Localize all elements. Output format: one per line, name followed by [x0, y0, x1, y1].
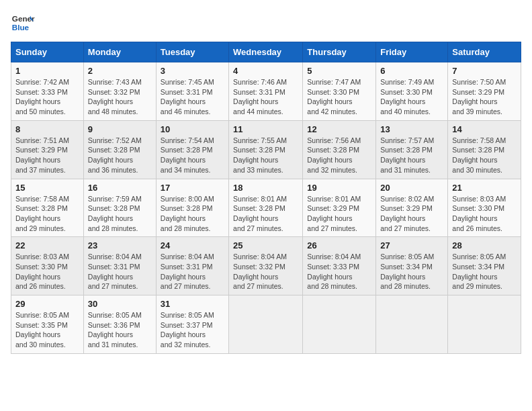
calendar-cell: 8Sunrise: 7:51 AMSunset: 3:29 PMDaylight…	[11, 120, 84, 179]
day-number: 11	[233, 124, 298, 134]
day-info: Sunrise: 7:43 AMSunset: 3:32 PMDaylight …	[88, 77, 152, 117]
day-info: Sunrise: 8:02 AMSunset: 3:29 PMDaylight …	[380, 194, 443, 234]
weekday-header-wednesday: Wednesday	[229, 42, 303, 62]
day-number: 14	[452, 124, 517, 134]
calendar-cell: 16Sunrise: 7:59 AMSunset: 3:28 PMDayligh…	[83, 179, 156, 237]
day-info: Sunrise: 8:05 AMSunset: 3:34 PMDaylight …	[452, 252, 517, 291]
calendar-cell: 17Sunrise: 8:00 AMSunset: 3:28 PMDayligh…	[156, 179, 228, 237]
day-info: Sunrise: 7:45 AMSunset: 3:31 PMDaylight …	[161, 77, 224, 117]
calendar-cell: 15Sunrise: 7:58 AMSunset: 3:28 PMDayligh…	[11, 179, 84, 237]
day-number: 20	[380, 183, 443, 193]
day-number: 23	[88, 240, 152, 250]
calendar-cell: 2Sunrise: 7:43 AMSunset: 3:32 PMDaylight…	[83, 62, 156, 121]
calendar-cell: 5Sunrise: 7:47 AMSunset: 3:30 PMDaylight…	[303, 62, 376, 121]
day-number: 31	[161, 299, 224, 309]
day-info: Sunrise: 8:05 AMSunset: 3:34 PMDaylight …	[380, 252, 443, 291]
day-number: 18	[233, 183, 298, 193]
day-info: Sunrise: 8:00 AMSunset: 3:28 PMDaylight …	[161, 194, 224, 234]
day-number: 9	[88, 124, 152, 134]
calendar-cell: 18Sunrise: 8:01 AMSunset: 3:28 PMDayligh…	[229, 179, 303, 237]
day-info: Sunrise: 7:59 AMSunset: 3:28 PMDaylight …	[88, 194, 152, 234]
day-info: Sunrise: 7:54 AMSunset: 3:28 PMDaylight …	[161, 136, 224, 175]
calendar-cell: 12Sunrise: 7:56 AMSunset: 3:28 PMDayligh…	[303, 120, 376, 179]
day-info: Sunrise: 7:52 AMSunset: 3:28 PMDaylight …	[88, 136, 152, 175]
day-number: 24	[161, 240, 224, 250]
calendar-cell: 24Sunrise: 8:04 AMSunset: 3:31 PMDayligh…	[156, 237, 228, 295]
calendar-cell	[303, 295, 376, 354]
calendar-cell: 19Sunrise: 8:01 AMSunset: 3:29 PMDayligh…	[303, 179, 376, 237]
day-number: 22	[15, 240, 79, 250]
calendar-cell	[229, 295, 303, 354]
calendar-cell: 9Sunrise: 7:52 AMSunset: 3:28 PMDaylight…	[83, 120, 156, 179]
day-number: 6	[380, 66, 443, 76]
day-info: Sunrise: 8:05 AMSunset: 3:35 PMDaylight …	[15, 310, 79, 350]
day-info: Sunrise: 7:56 AMSunset: 3:28 PMDaylight …	[307, 136, 371, 175]
day-info: Sunrise: 8:04 AMSunset: 3:31 PMDaylight …	[88, 252, 152, 291]
day-number: 4	[233, 66, 298, 76]
calendar-week-row: 8Sunrise: 7:51 AMSunset: 3:29 PMDaylight…	[11, 120, 521, 179]
day-number: 21	[452, 183, 517, 193]
day-info: Sunrise: 7:51 AMSunset: 3:29 PMDaylight …	[15, 136, 79, 175]
day-info: Sunrise: 7:46 AMSunset: 3:31 PMDaylight …	[233, 77, 298, 117]
day-info: Sunrise: 8:04 AMSunset: 3:32 PMDaylight …	[233, 252, 298, 291]
day-number: 15	[15, 183, 79, 193]
day-number: 5	[307, 66, 371, 76]
calendar-cell: 6Sunrise: 7:49 AMSunset: 3:30 PMDaylight…	[376, 62, 448, 121]
calendar-header-row: SundayMondayTuesdayWednesdayThursdayFrid…	[11, 42, 521, 62]
day-number: 25	[233, 240, 298, 250]
day-info: Sunrise: 7:57 AMSunset: 3:28 PMDaylight …	[380, 136, 443, 175]
calendar-cell: 25Sunrise: 8:04 AMSunset: 3:32 PMDayligh…	[229, 237, 303, 295]
calendar-cell: 13Sunrise: 7:57 AMSunset: 3:28 PMDayligh…	[376, 120, 448, 179]
calendar-cell: 7Sunrise: 7:50 AMSunset: 3:29 PMDaylight…	[448, 62, 521, 121]
day-number: 2	[88, 66, 152, 76]
calendar-cell	[376, 295, 448, 354]
day-info: Sunrise: 8:01 AMSunset: 3:28 PMDaylight …	[233, 194, 298, 234]
weekday-header-friday: Friday	[376, 42, 448, 62]
day-info: Sunrise: 8:04 AMSunset: 3:33 PMDaylight …	[307, 252, 371, 291]
day-info: Sunrise: 7:50 AMSunset: 3:29 PMDaylight …	[452, 77, 517, 117]
day-info: Sunrise: 8:03 AMSunset: 3:30 PMDaylight …	[452, 194, 517, 234]
day-info: Sunrise: 7:47 AMSunset: 3:30 PMDaylight …	[307, 77, 371, 117]
page-header: General Blue	[11, 11, 521, 35]
calendar-cell: 10Sunrise: 7:54 AMSunset: 3:28 PMDayligh…	[156, 120, 228, 179]
calendar-cell: 29Sunrise: 8:05 AMSunset: 3:35 PMDayligh…	[11, 295, 84, 354]
calendar-cell: 14Sunrise: 7:58 AMSunset: 3:28 PMDayligh…	[448, 120, 521, 179]
calendar-cell: 1Sunrise: 7:42 AMSunset: 3:33 PMDaylight…	[11, 62, 84, 121]
day-number: 28	[452, 240, 517, 250]
weekday-header-thursday: Thursday	[303, 42, 376, 62]
day-number: 8	[15, 124, 79, 134]
calendar-cell: 11Sunrise: 7:55 AMSunset: 3:28 PMDayligh…	[229, 120, 303, 179]
calendar-cell: 23Sunrise: 8:04 AMSunset: 3:31 PMDayligh…	[83, 237, 156, 295]
day-info: Sunrise: 8:01 AMSunset: 3:29 PMDaylight …	[307, 194, 371, 234]
day-number: 26	[307, 240, 371, 250]
day-number: 1	[15, 66, 79, 76]
calendar-cell	[448, 295, 521, 354]
logo-icon: General Blue	[11, 11, 35, 35]
day-info: Sunrise: 7:49 AMSunset: 3:30 PMDaylight …	[380, 77, 443, 117]
day-number: 12	[307, 124, 371, 134]
calendar-cell: 26Sunrise: 8:04 AMSunset: 3:33 PMDayligh…	[303, 237, 376, 295]
day-info: Sunrise: 7:58 AMSunset: 3:28 PMDaylight …	[15, 194, 79, 234]
weekday-header-monday: Monday	[83, 42, 156, 62]
day-info: Sunrise: 8:05 AMSunset: 3:36 PMDaylight …	[88, 310, 152, 350]
weekday-header-tuesday: Tuesday	[156, 42, 228, 62]
weekday-header-sunday: Sunday	[11, 42, 84, 62]
calendar-cell: 3Sunrise: 7:45 AMSunset: 3:31 PMDaylight…	[156, 62, 228, 121]
day-info: Sunrise: 8:05 AMSunset: 3:37 PMDaylight …	[161, 310, 224, 350]
day-number: 29	[15, 299, 79, 309]
day-info: Sunrise: 7:42 AMSunset: 3:33 PMDaylight …	[15, 77, 79, 117]
day-info: Sunrise: 7:55 AMSunset: 3:28 PMDaylight …	[233, 136, 298, 175]
svg-text:Blue: Blue	[12, 23, 30, 32]
day-number: 10	[161, 124, 224, 134]
calendar-week-row: 15Sunrise: 7:58 AMSunset: 3:28 PMDayligh…	[11, 179, 521, 237]
calendar-cell: 22Sunrise: 8:03 AMSunset: 3:30 PMDayligh…	[11, 237, 84, 295]
day-number: 7	[452, 66, 517, 76]
calendar-cell: 20Sunrise: 8:02 AMSunset: 3:29 PMDayligh…	[376, 179, 448, 237]
logo: General Blue	[11, 11, 35, 35]
day-info: Sunrise: 7:58 AMSunset: 3:28 PMDaylight …	[452, 136, 517, 175]
calendar-week-row: 1Sunrise: 7:42 AMSunset: 3:33 PMDaylight…	[11, 62, 521, 121]
weekday-header-saturday: Saturday	[448, 42, 521, 62]
day-number: 27	[380, 240, 443, 250]
calendar-cell: 4Sunrise: 7:46 AMSunset: 3:31 PMDaylight…	[229, 62, 303, 121]
day-number: 17	[161, 183, 224, 193]
